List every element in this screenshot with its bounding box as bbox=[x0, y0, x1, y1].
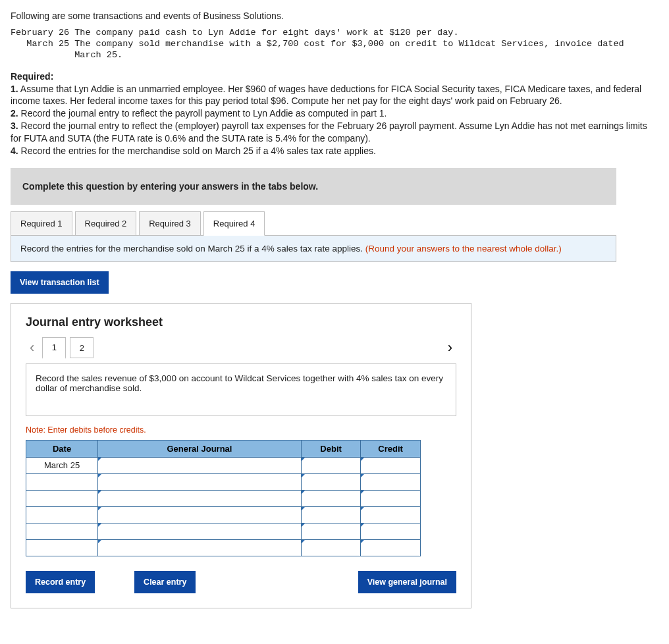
general-journal-cell[interactable] bbox=[98, 490, 302, 506]
table-row: March 25 bbox=[26, 457, 421, 473]
required-heading: Required: bbox=[11, 71, 53, 82]
date-cell[interactable] bbox=[26, 473, 98, 490]
clear-entry-button[interactable]: Clear entry bbox=[134, 571, 196, 593]
table-row bbox=[26, 539, 421, 556]
date-cell[interactable] bbox=[26, 523, 98, 539]
credit-cell[interactable] bbox=[361, 473, 421, 490]
tab-required-1[interactable]: Required 1 bbox=[11, 211, 72, 236]
worksheet-page-2[interactable]: 2 bbox=[70, 337, 94, 358]
required-2: 2. Record the journal entry to reflect t… bbox=[11, 108, 387, 119]
credit-cell[interactable] bbox=[361, 490, 421, 506]
table-row bbox=[26, 523, 421, 539]
col-header-date: Date bbox=[26, 440, 98, 457]
journal-table: Date General Journal Debit Credit March … bbox=[26, 440, 421, 556]
table-row bbox=[26, 490, 421, 506]
instruction-bar: Complete this question by entering your … bbox=[11, 168, 616, 205]
col-header-credit: Credit bbox=[361, 440, 421, 457]
chevron-right-icon[interactable]: › bbox=[444, 339, 456, 356]
date-cell[interactable] bbox=[26, 506, 98, 523]
debit-cell[interactable] bbox=[301, 457, 360, 473]
required-4: 4. Record the entries for the merchandis… bbox=[11, 146, 376, 156]
transactions-mono: February 26 The company paid cash to Lyn… bbox=[11, 28, 658, 61]
date-cell[interactable]: March 25 bbox=[26, 457, 98, 473]
general-journal-cell[interactable] bbox=[98, 539, 302, 556]
tab-required-4[interactable]: Required 4 bbox=[203, 211, 265, 236]
date-cell[interactable] bbox=[26, 490, 98, 506]
record-entry-button[interactable]: Record entry bbox=[26, 571, 95, 593]
general-journal-cell[interactable] bbox=[98, 473, 302, 490]
required-1-text: Assume that Lyn Addie is an unmarried em… bbox=[11, 84, 641, 107]
general-journal-cell[interactable] bbox=[98, 457, 302, 473]
table-row bbox=[26, 473, 421, 490]
tab-content: Record the entries for the merchandise s… bbox=[11, 235, 616, 262]
required-3: 3. Record the journal entry to reflect t… bbox=[11, 121, 647, 144]
general-journal-cell[interactable] bbox=[98, 523, 302, 539]
debits-before-credits-note: Note: Enter debits before credits. bbox=[26, 425, 456, 435]
required-block: Required: 1. 1. Assume that Lyn Addie is… bbox=[11, 70, 658, 157]
general-journal-cell[interactable] bbox=[98, 506, 302, 523]
tabs-row: Required 1 Required 2 Required 3 Require… bbox=[11, 211, 616, 236]
table-row bbox=[26, 506, 421, 523]
debit-cell[interactable] bbox=[301, 523, 360, 539]
tab-required-3[interactable]: Required 3 bbox=[139, 211, 201, 236]
date-cell[interactable] bbox=[26, 539, 98, 556]
col-header-debit: Debit bbox=[301, 440, 360, 457]
view-general-journal-button[interactable]: View general journal bbox=[358, 571, 456, 593]
required-1: 1. 1. Assume that Lyn Addie is an unmarr… bbox=[11, 84, 20, 94]
col-header-general-journal: General Journal bbox=[98, 440, 302, 457]
entry-description: Record the sales revenue of $3,000 on ac… bbox=[26, 363, 456, 416]
credit-cell[interactable] bbox=[361, 539, 421, 556]
credit-cell[interactable] bbox=[361, 523, 421, 539]
debit-cell[interactable] bbox=[301, 506, 360, 523]
credit-cell[interactable] bbox=[361, 506, 421, 523]
chevron-left-icon[interactable]: ‹ bbox=[26, 339, 38, 356]
intro-text: Following are some transactions and even… bbox=[11, 11, 658, 21]
tab-prompt-text: Record the entries for the merchandise s… bbox=[20, 244, 365, 254]
worksheet-pager: ‹ 1 2 › bbox=[26, 337, 456, 359]
debit-cell[interactable] bbox=[301, 490, 360, 506]
credit-cell[interactable] bbox=[361, 457, 421, 473]
tab-prompt-hint: (Round your answers to the nearest whole… bbox=[365, 244, 562, 254]
tab-required-2[interactable]: Required 2 bbox=[75, 211, 137, 236]
debit-cell[interactable] bbox=[301, 539, 360, 556]
worksheet-page-1[interactable]: 1 bbox=[42, 337, 66, 359]
view-transaction-list-button[interactable]: View transaction list bbox=[11, 271, 109, 294]
debit-cell[interactable] bbox=[301, 473, 360, 490]
journal-entry-worksheet: Journal entry worksheet ‹ 1 2 › Record t… bbox=[11, 303, 471, 608]
worksheet-title: Journal entry worksheet bbox=[26, 315, 456, 329]
